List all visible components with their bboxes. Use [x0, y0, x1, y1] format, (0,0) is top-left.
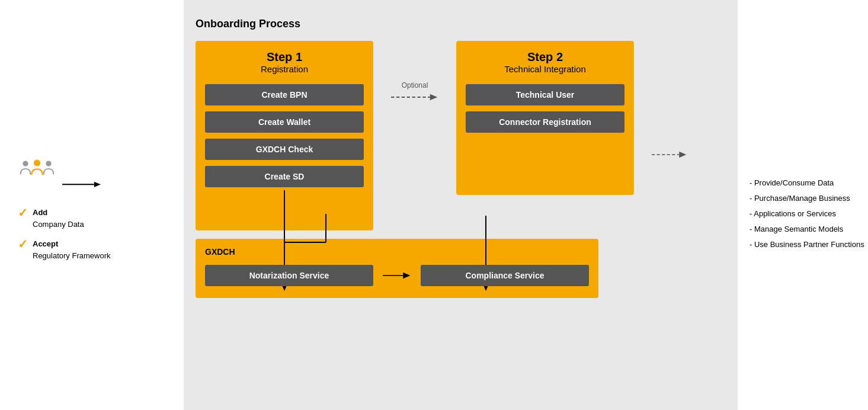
- people-icon-area: [18, 149, 101, 190]
- svg-marker-8: [679, 152, 686, 158]
- step1-header: Step 1 Registration: [205, 50, 364, 75]
- step1-name: Registration: [261, 64, 308, 74]
- step2-number: Step 2: [466, 50, 624, 64]
- page-wrapper: ✓ Add Company Data ✓ Accept Regulatory F…: [0, 0, 868, 410]
- svg-marker-16: [403, 273, 410, 278]
- svg-marker-6: [430, 94, 437, 101]
- right-dashed-arrow: [652, 148, 687, 162]
- bottom-row: GXDCH Notarization Service Compliance Se…: [196, 239, 726, 298]
- bullet-item-4: Manage Semantic Models: [750, 222, 868, 237]
- left-panel: ✓ Add Company Data ✓ Accept Regulatory F…: [0, 0, 184, 410]
- gxdch-box: GXDCH Notarization Service Compliance Se…: [196, 239, 598, 298]
- check-text-2: Accept Regulatory Framework: [33, 238, 111, 261]
- step2-box: Step 2 Technical Integration Technical U…: [456, 41, 634, 195]
- check-item-2: ✓ Accept Regulatory Framework: [18, 238, 111, 261]
- bullet-item-1: Provide/Consume Data: [750, 175, 868, 191]
- bullet-item-5: Use Business Partner Functions: [750, 237, 868, 252]
- optional-arrow-svg: [391, 88, 438, 106]
- gxdch-internal-arrow: [383, 268, 411, 283]
- step1-items: Create BPN Create Wallet GXDCH Check Cre…: [205, 84, 364, 187]
- svg-point-1: [34, 160, 40, 166]
- bullet-list: Provide/Consume Data Purchase/Manage Bus…: [750, 175, 868, 252]
- svg-marker-4: [94, 182, 101, 187]
- diagram-title: Onboarding Process: [196, 18, 726, 30]
- step2-item-technical-user: Technical User: [466, 84, 624, 105]
- step1-item-create-sd: Create SD: [205, 166, 364, 187]
- step2-header: Step 2 Technical Integration: [466, 50, 624, 75]
- step1-number: Step 1: [205, 50, 364, 64]
- optional-arrow-container: Optional: [391, 41, 438, 106]
- bullet-item-2: Purchase/Manage Business: [750, 191, 868, 206]
- diagram-content: Step 1 Registration Create BPN Create Wa…: [196, 41, 726, 398]
- svg-point-2: [46, 161, 51, 166]
- step1-item-gxdch-check: GXDCH Check: [205, 139, 364, 160]
- checkmark-1: ✓: [18, 206, 28, 220]
- bullet-item-3: Applications or Services: [750, 206, 868, 222]
- right-arrow-area: [652, 41, 687, 162]
- right-panel: Provide/Consume Data Purchase/Manage Bus…: [738, 0, 868, 410]
- gxdch-compliance: Compliance Service: [421, 265, 589, 286]
- step1-item-create-bpn: Create BPN: [205, 84, 364, 105]
- people-to-diagram-arrow: [62, 179, 101, 190]
- step1-item-create-wallet: Create Wallet: [205, 111, 364, 133]
- diagram-area: Onboarding Process Step 1 Registration C…: [184, 0, 738, 410]
- gxdch-items: Notarization Service Compliance Service: [205, 265, 589, 286]
- steps-row: Step 1 Registration Create BPN Create Wa…: [196, 41, 726, 230]
- step1-box: Step 1 Registration Create BPN Create Wa…: [196, 41, 373, 230]
- check-text-1: Add Company Data: [33, 207, 84, 230]
- gxdch-label: GXDCH: [205, 247, 589, 257]
- people-icons: [18, 149, 56, 190]
- step2-item-connector-registration: Connector Registration: [466, 111, 624, 133]
- checklist: ✓ Add Company Data ✓ Accept Regulatory F…: [18, 207, 111, 261]
- checkmark-2: ✓: [18, 237, 28, 251]
- optional-label: Optional: [402, 81, 428, 89]
- svg-point-0: [23, 161, 28, 166]
- step2-items: Technical User Connector Registration: [466, 84, 624, 133]
- gxdch-notarization: Notarization Service: [205, 265, 373, 286]
- check-item-1: ✓ Add Company Data: [18, 207, 111, 230]
- step2-name: Technical Integration: [504, 64, 586, 74]
